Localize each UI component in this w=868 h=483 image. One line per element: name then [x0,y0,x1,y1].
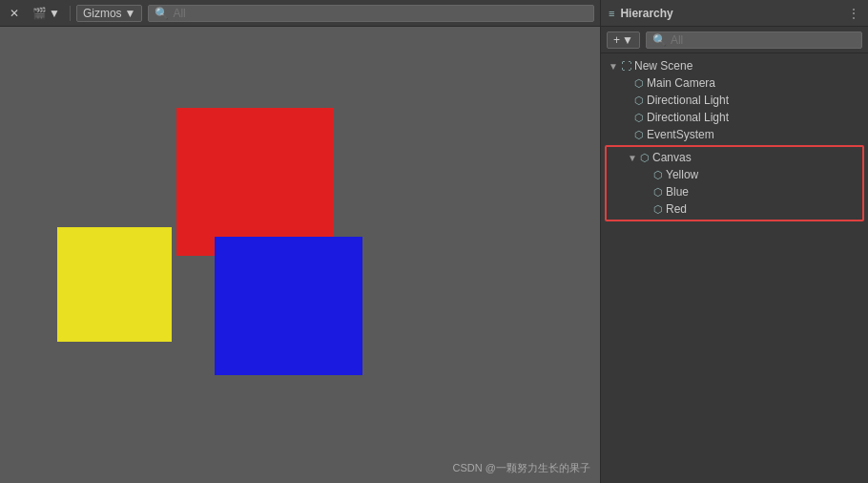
search-icon: 🔍 [652,33,667,47]
list-item[interactable]: ⬡ Main Camera [601,74,868,92]
yellow-rect [57,227,172,342]
camera-object-icon: ⬡ [634,77,644,90]
hierarchy-add-button[interactable]: + ▼ [607,32,640,49]
hierarchy-panel: ≡ Hierarchy ⋮ + ▼ 🔍 ▼ ⛶ New Scene ⬡ Main… [601,0,868,483]
hierarchy-search-box: 🔍 [646,32,862,49]
scene-arrow: ▼ [609,61,618,72]
yellow-item[interactable]: ⬡ Yellow [607,166,862,183]
item-label: Yellow [666,168,698,181]
item-label: EventSystem [647,128,714,141]
light-object-icon-2: ⬡ [634,112,644,124]
hierarchy-title: Hierarchy [620,7,672,20]
blue-icon: ⬡ [653,186,663,199]
camera-arrow: ▼ [49,7,60,20]
hierarchy-search-input[interactable] [671,33,856,47]
gizmos-button[interactable]: Gizmos ▼ [76,5,143,22]
blue-item[interactable]: ⬡ Blue [607,183,862,200]
canvas-icon: ⬡ [640,152,650,164]
scene-toolbar: ✕ 🎬 ▼ Gizmos ▼ 🔍 [0,0,600,27]
scene-search-input[interactable] [173,7,588,20]
red-rect [176,108,334,256]
toolbar-separator [70,6,71,21]
list-item[interactable]: ⬡ EventSystem [601,126,868,143]
hierarchy-menu-icon[interactable]: ⋮ [847,6,860,21]
gizmos-label: Gizmos [83,7,122,20]
scene-panel: ✕ 🎬 ▼ Gizmos ▼ 🔍 CSDN @一颗努力生长的果子 [0,0,601,483]
move-tool-button[interactable]: 🎬 ▼ [29,5,64,22]
hierarchy-header: ≡ Hierarchy ⋮ [601,0,868,27]
item-label: Red [666,202,687,216]
canvas-arrow: ▼ [628,153,637,163]
hierarchy-content: ▼ ⛶ New Scene ⬡ Main Camera ⬡ Directiona… [601,53,868,483]
transform-tool-button[interactable]: ✕ [6,5,23,22]
list-item[interactable]: ⬡ Directional Light [601,109,868,126]
item-label: Directional Light [647,111,729,124]
watermark: CSDN @一颗努力生长的果子 [453,461,590,475]
scene-viewport[interactable]: CSDN @一颗努力生长的果子 [0,27,600,483]
blue-rect [215,237,362,375]
red-item[interactable]: ⬡ Red [607,200,862,218]
scene-icon: ⛶ [621,60,631,72]
item-label: Blue [666,185,689,199]
hierarchy-toolbar: + ▼ 🔍 [601,27,868,53]
scene-root-item[interactable]: ▼ ⛶ New Scene [601,57,868,74]
add-label: + [613,33,620,47]
add-arrow: ▼ [622,33,633,47]
canvas-group: ▼ ⬡ Canvas ⬡ Yellow ⬡ Blue ⬡ Red [605,145,864,221]
camera-icon: 🎬 [32,7,47,20]
item-label: Directional Light [647,94,729,107]
scene-label: New Scene [634,59,692,73]
item-label: Main Camera [647,76,715,90]
light-object-icon: ⬡ [634,94,644,107]
hierarchy-title-icon: ≡ [609,8,614,19]
gizmos-arrow: ▼ [125,7,136,20]
list-item[interactable]: ⬡ Directional Light [601,92,868,109]
scene-search-box: 🔍 [148,5,594,22]
yellow-icon: ⬡ [653,169,663,181]
red-icon: ⬡ [653,203,663,216]
canvas-label: Canvas [652,151,692,164]
canvas-item[interactable]: ▼ ⬡ Canvas [607,149,862,166]
search-icon: 🔍 [155,7,169,20]
eventsystem-icon: ⬡ [634,129,644,141]
